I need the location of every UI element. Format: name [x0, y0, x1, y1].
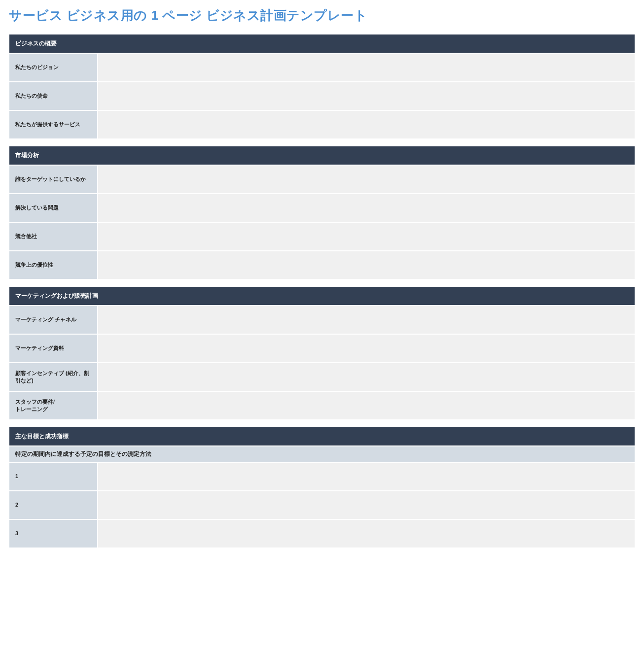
section-header: ビジネスの概要: [9, 34, 635, 53]
section-subheader: 特定の期間内に達成する予定の目標とその測定方法: [9, 445, 635, 462]
page-title: サービス ビジネス用の 1 ページ ビジネス計画テンプレート: [9, 0, 635, 34]
row-label-vision: 私たちのビジョン: [9, 54, 97, 81]
table-row: 誰をターゲットにしているか: [9, 165, 635, 193]
row-label-target: 誰をターゲットにしているか: [9, 166, 97, 193]
table-row: 私たちが提供するサービス: [9, 110, 635, 138]
row-value[interactable]: [97, 166, 635, 193]
table-row: 解決している問題: [9, 193, 635, 222]
row-value[interactable]: [97, 363, 635, 391]
section-header: マーケティングおよび販売計画: [9, 287, 635, 305]
row-label-goal-3: 3: [9, 520, 97, 547]
section-header: 主な目標と成功指標: [9, 427, 635, 445]
row-label-advantage: 競争上の優位性: [9, 251, 97, 279]
section-header: 市場分析: [9, 146, 635, 165]
row-label-services: 私たちが提供するサービス: [9, 111, 97, 138]
row-label-incentives: 顧客インセンティブ (紹介、割引など): [9, 363, 97, 391]
row-label-materials: マーケティング資料: [9, 335, 97, 362]
table-row: スタッフの要件/トレーニング: [9, 391, 635, 419]
table-row: 私たちのビジョン: [9, 53, 635, 81]
row-value[interactable]: [97, 194, 635, 222]
table-row: 競争上の優位性: [9, 250, 635, 279]
row-label-competitors: 競合他社: [9, 223, 97, 250]
row-value[interactable]: [97, 463, 635, 490]
table-row: マーケティング チャネル: [9, 305, 635, 334]
section-marketing-sales: マーケティングおよび販売計画 マーケティング チャネル マーケティング資料 顧客…: [9, 286, 635, 420]
row-value[interactable]: [97, 306, 635, 334]
row-value[interactable]: [97, 520, 635, 547]
row-value[interactable]: [97, 223, 635, 250]
table-row: 1: [9, 462, 635, 490]
table-row: 3: [9, 519, 635, 547]
table-row: 私たちの使命: [9, 81, 635, 110]
row-label-goal-2: 2: [9, 491, 97, 519]
row-label-channels: マーケティング チャネル: [9, 306, 97, 334]
row-value[interactable]: [97, 82, 635, 110]
row-label-staff: スタッフの要件/トレーニング: [9, 392, 97, 419]
section-market-analysis: 市場分析 誰をターゲットにしているか 解決している問題 競合他社 競争上の優位性: [9, 146, 635, 279]
row-value[interactable]: [97, 335, 635, 362]
table-row: 2: [9, 490, 635, 519]
table-row: 競合他社: [9, 222, 635, 250]
section-business-overview: ビジネスの概要 私たちのビジョン 私たちの使命 私たちが提供するサービス: [9, 34, 635, 139]
row-label-mission: 私たちの使命: [9, 82, 97, 110]
row-value[interactable]: [97, 491, 635, 519]
row-value[interactable]: [97, 54, 635, 81]
row-value[interactable]: [97, 392, 635, 419]
row-label-goal-1: 1: [9, 463, 97, 490]
table-row: 顧客インセンティブ (紹介、割引など): [9, 362, 635, 391]
row-label-problem: 解決している問題: [9, 194, 97, 222]
section-goals: 主な目標と成功指標 特定の期間内に達成する予定の目標とその測定方法 1 2 3: [9, 427, 635, 548]
row-value[interactable]: [97, 251, 635, 279]
row-value[interactable]: [97, 111, 635, 138]
table-row: マーケティング資料: [9, 334, 635, 362]
